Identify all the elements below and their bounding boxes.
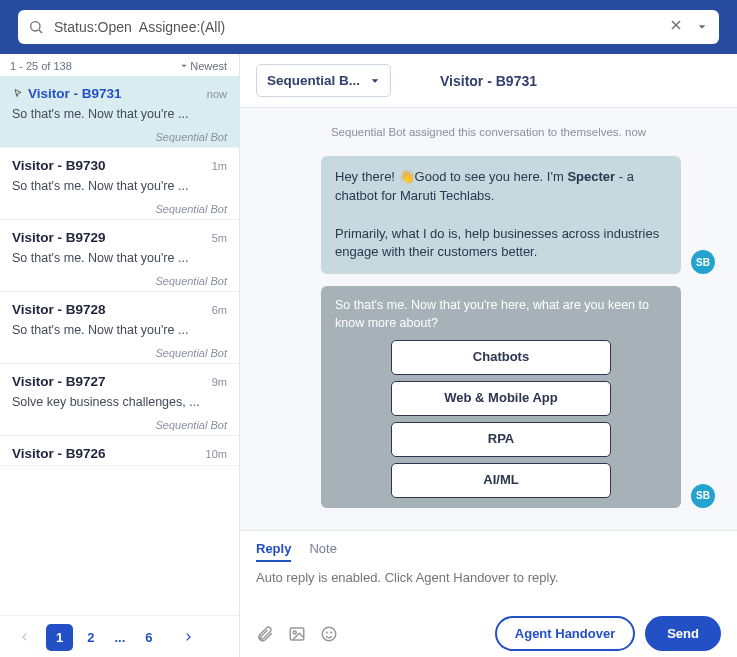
svg-point-6 (322, 627, 336, 641)
pager-page[interactable]: 6 (139, 626, 158, 649)
conversation-time: 5m (212, 232, 227, 244)
conversation-name: Visitor - B9727 (12, 374, 106, 389)
clear-search-icon[interactable] (667, 16, 685, 38)
conversation-assignee: Sequential Bot (12, 347, 227, 359)
search-dropdown-icon[interactable] (695, 16, 709, 38)
conversation-name: Visitor - B9730 (12, 158, 106, 173)
conversation-preview: So that's me. Now that you're ... (12, 251, 227, 265)
conversation-item[interactable]: Visitor - B97301mSo that's me. Now that … (0, 148, 239, 220)
conversation-item[interactable]: Visitor - B972610m (0, 436, 239, 466)
conversation-preview: So that's me. Now that you're ... (12, 107, 227, 121)
reply-area: Reply Note Agent Handover Send (240, 530, 737, 657)
svg-rect-4 (290, 628, 304, 640)
conversation-name: Visitor - B9726 (12, 446, 106, 461)
assignee-select[interactable]: Sequential B... (256, 64, 391, 97)
assignee-select-label: Sequential B... (267, 73, 360, 88)
avatar: SB (691, 250, 715, 274)
svg-point-5 (293, 631, 296, 634)
bot-message-row: So that's me. Now that you're here, what… (262, 286, 715, 508)
conversation-item[interactable]: Visitor - B97286mSo that's me. Now that … (0, 292, 239, 364)
conversation-preview: Solve key business challenges, ... (12, 395, 227, 409)
conversation-time: 1m (212, 160, 227, 172)
avatar: SB (691, 484, 715, 508)
conversation-name: Visitor - B9731 (12, 86, 122, 101)
chevron-down-icon (180, 62, 188, 70)
conversation-main: Sequential B... Visitor - B9731 Sequenti… (240, 54, 737, 657)
option-button[interactable]: RPA (391, 422, 611, 457)
tab-note[interactable]: Note (309, 537, 336, 562)
pager-page[interactable]: 2 (81, 626, 100, 649)
conversation-assignee: Sequential Bot (12, 203, 227, 215)
pager-page[interactable]: 1 (46, 624, 73, 651)
search-icon (28, 19, 44, 35)
reply-input[interactable] (256, 570, 721, 604)
conversation-item[interactable]: Visitor - B9731nowSo that's me. Now that… (0, 76, 239, 148)
pager-page[interactable]: ... (108, 626, 131, 649)
bot-name: Specter (567, 169, 615, 184)
conversation-time: 6m (212, 304, 227, 316)
conversation-list: Visitor - B9731nowSo that's me. Now that… (0, 76, 239, 615)
topbar (0, 0, 737, 54)
sort-label: Newest (190, 60, 227, 72)
reply-footer: Agent Handover Send (256, 616, 721, 651)
conversation-preview: So that's me. Now that you're ... (12, 323, 227, 337)
agent-handover-button[interactable]: Agent Handover (495, 616, 635, 651)
bot-message-bubble: Hey there! 👋Good to see you here. I'm Sp… (321, 156, 681, 274)
conversation-assignee: Sequential Bot (12, 275, 227, 287)
pager: 12...6 (0, 615, 239, 657)
pager-next[interactable] (177, 626, 199, 649)
pager-prev[interactable] (14, 626, 36, 649)
cursor-icon (12, 88, 24, 100)
emoji-icon[interactable] (320, 625, 338, 643)
message-area: Sequential Bot assigned this conversatio… (240, 108, 737, 530)
conversation-title: Visitor - B9731 (411, 73, 566, 89)
list-header: 1 - 25 of 138 Newest (0, 54, 239, 76)
reply-tabs: Reply Note (256, 537, 721, 562)
tab-reply[interactable]: Reply (256, 537, 291, 562)
bot-message-row: Hey there! 👋Good to see you here. I'm Sp… (262, 156, 715, 274)
search-input[interactable] (54, 19, 657, 35)
conversation-name: Visitor - B9728 (12, 302, 106, 317)
conversation-header: Sequential B... Visitor - B9731 (240, 54, 737, 108)
bot-options-bubble: So that's me. Now that you're here, what… (321, 286, 681, 508)
chevron-down-icon (370, 76, 380, 86)
image-icon[interactable] (288, 625, 306, 643)
system-message: Sequential Bot assigned this conversatio… (262, 126, 715, 138)
sort-dropdown[interactable]: Newest (180, 60, 227, 72)
search-box[interactable] (18, 10, 719, 44)
attachment-icon[interactable] (256, 625, 274, 643)
svg-point-7 (326, 632, 327, 633)
conversation-assignee: Sequential Bot (12, 419, 227, 431)
svg-point-0 (31, 22, 40, 31)
conversation-preview: So that's me. Now that you're ... (12, 179, 227, 193)
option-button[interactable]: Chatbots (391, 340, 611, 375)
content: 1 - 25 of 138 Newest Visitor - B9731nowS… (0, 54, 737, 657)
send-button[interactable]: Send (645, 616, 721, 651)
svg-line-1 (39, 30, 42, 33)
conversation-assignee: Sequential Bot (12, 131, 227, 143)
conversation-sidebar: 1 - 25 of 138 Newest Visitor - B9731nowS… (0, 54, 240, 657)
list-range: 1 - 25 of 138 (10, 60, 72, 72)
conversation-name: Visitor - B9729 (12, 230, 106, 245)
conversation-time: now (207, 88, 227, 100)
conversation-time: 9m (212, 376, 227, 388)
conversation-item[interactable]: Visitor - B97279mSolve key business chal… (0, 364, 239, 436)
options-prompt: So that's me. Now that you're here, what… (331, 296, 671, 332)
wave-icon: 👋 (399, 169, 415, 184)
conversation-time: 10m (206, 448, 227, 460)
svg-point-8 (331, 632, 332, 633)
option-button[interactable]: Web & Mobile App (391, 381, 611, 416)
option-button[interactable]: AI/ML (391, 463, 611, 498)
conversation-item[interactable]: Visitor - B97295mSo that's me. Now that … (0, 220, 239, 292)
